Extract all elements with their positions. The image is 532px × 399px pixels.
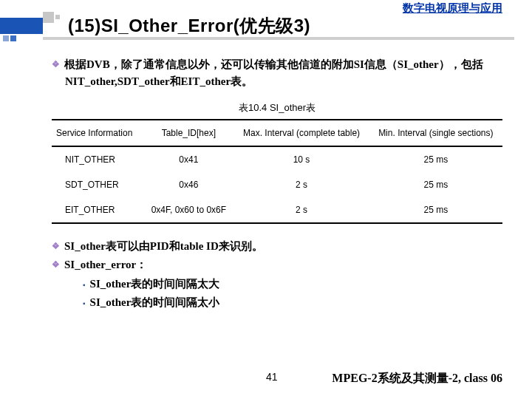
bullet-content: SI_other表的时间间隔太大: [90, 278, 220, 290]
cell: 2 s: [233, 172, 369, 197]
diamond-icon: ❖: [52, 59, 60, 69]
si-other-table: Service Information Table_ID[hex] Max. I…: [52, 119, 502, 224]
table-header: Service Information: [52, 120, 143, 146]
cell: 25 ms: [369, 172, 502, 197]
sub-bullet-text: ▪SI_other表的时间间隔太小: [52, 293, 502, 313]
bullet-text: ❖SI_other表可以由PID和table ID来识别。: [52, 237, 502, 256]
footer-right: MPEG-2系统及其测量-2, class 06: [332, 371, 502, 386]
decoration-square: [10, 35, 16, 41]
table-header: Table_ID[hex]: [143, 120, 233, 146]
course-title: 数字电视原理与应用: [403, 1, 502, 16]
table-row: NIT_OTHER 0x41 10 s 25 ms: [52, 146, 502, 172]
page-title: (15)SI_Other_Error(优先级3): [68, 14, 310, 38]
cell: 2 s: [233, 197, 369, 223]
decoration-square: [43, 12, 54, 23]
bullet-content: SI_other_error：: [64, 259, 147, 270]
bullet-content: SI_other表可以由PID和table ID来识别。: [64, 240, 263, 252]
bullet-text: ❖根据DVB，除了通常信息以外，还可以传输其他信道的附加SI信息（SI_othe…: [52, 56, 502, 91]
slide: 数字电视原理与应用 (15)SI_Other_Error(优先级3) ❖根据DV…: [0, 0, 532, 399]
bullet-text: ❖SI_other_error：: [52, 256, 502, 275]
cell: SDT_OTHER: [52, 172, 143, 197]
cell: 10 s: [233, 146, 369, 172]
cell: 0x4F, 0x60 to 0x6F: [143, 197, 233, 223]
cell: 0x41: [143, 146, 233, 172]
decoration-square: [3, 35, 9, 41]
table-row: EIT_OTHER 0x4F, 0x60 to 0x6F 2 s 25 ms: [52, 197, 502, 223]
body: ❖根据DVB，除了通常信息以外，还可以传输其他信道的附加SI信息（SI_othe…: [52, 56, 502, 313]
footer: 41 MPEG-2系统及其测量-2, class 06: [0, 371, 502, 389]
table-row: SDT_OTHER 0x46 2 s 25 ms: [52, 172, 502, 197]
bullet-content: 根据DVB，除了通常信息以外，还可以传输其他信道的附加SI信息（SI_other…: [64, 58, 483, 87]
bullet-list: ❖SI_other表可以由PID和table ID来识别。 ❖SI_other_…: [52, 237, 502, 313]
cell: 25 ms: [369, 197, 502, 223]
diamond-icon: ❖: [52, 259, 60, 270]
page-number: 41: [266, 371, 278, 383]
diamond-icon: ❖: [52, 241, 60, 251]
sub-bullet-text: ▪SI_other表的时间间隔太大: [52, 275, 502, 294]
bullet-content: SI_other表的时间间隔太小: [90, 296, 220, 308]
cell: 25 ms: [369, 146, 502, 172]
table-header-row: Service Information Table_ID[hex] Max. I…: [52, 120, 502, 146]
title-bar: (15)SI_Other_Error(优先级3): [0, 16, 532, 46]
decoration-square: [55, 15, 60, 19]
table-caption: 表10.4 SI_other表: [52, 101, 502, 115]
cell: EIT_OTHER: [52, 197, 143, 223]
cell: NIT_OTHER: [52, 146, 143, 172]
square-icon: ▪: [83, 299, 86, 307]
decoration-strip: [0, 18, 43, 34]
table-header: Min. Interval (single sections): [369, 120, 502, 146]
cell: 0x46: [143, 172, 233, 197]
table-header: Max. Interval (complete table): [233, 120, 369, 146]
square-icon: ▪: [83, 281, 86, 289]
